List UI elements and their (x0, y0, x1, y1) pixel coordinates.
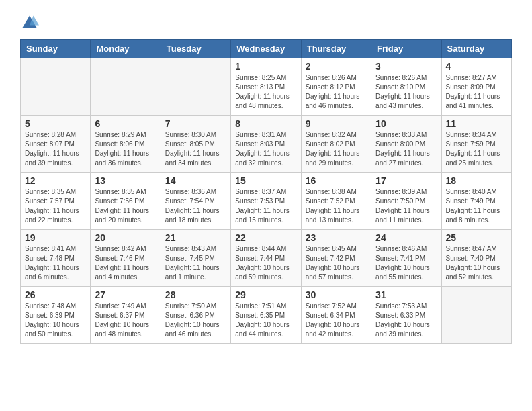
calendar-cell: 12Sunrise: 8:35 AMSunset: 7:57 PMDayligh… (21, 173, 91, 230)
calendar-cell: 28Sunrise: 7:50 AMSunset: 6:36 PMDayligh… (161, 287, 230, 344)
day-number: 27 (95, 289, 156, 300)
calendar-cell: 1Sunrise: 8:25 AMSunset: 8:13 PMDaylight… (231, 58, 301, 116)
calendar-week-row: 26Sunrise: 7:48 AMSunset: 6:39 PMDayligh… (21, 287, 512, 344)
day-number: 29 (235, 289, 296, 300)
day-number: 8 (235, 118, 296, 129)
day-info: Sunrise: 8:31 AMSunset: 8:03 PMDaylight:… (235, 130, 296, 168)
day-info: Sunrise: 8:33 AMSunset: 8:00 PMDaylight:… (375, 130, 437, 168)
weekday-header-tuesday: Tuesday (161, 40, 230, 58)
day-info: Sunrise: 8:36 AMSunset: 7:54 PMDaylight:… (165, 187, 226, 225)
calendar-week-row: 19Sunrise: 8:41 AMSunset: 7:48 PMDayligh… (21, 230, 512, 287)
calendar-cell (441, 287, 511, 344)
day-number: 4 (446, 61, 507, 72)
header (20, 13, 512, 32)
weekday-header-saturday: Saturday (441, 40, 511, 58)
calendar-week-row: 5Sunrise: 8:28 AMSunset: 8:07 PMDaylight… (21, 116, 512, 173)
day-info: Sunrise: 8:27 AMSunset: 8:09 PMDaylight:… (446, 73, 507, 111)
calendar-cell: 8Sunrise: 8:31 AMSunset: 8:03 PMDaylight… (231, 116, 301, 173)
calendar-cell (91, 58, 161, 116)
day-number: 19 (25, 232, 86, 243)
day-info: Sunrise: 7:50 AMSunset: 6:36 PMDaylight:… (165, 302, 226, 339)
day-number: 25 (446, 232, 507, 243)
weekday-header-sunday: Sunday (21, 40, 91, 58)
day-info: Sunrise: 8:46 AMSunset: 7:41 PMDaylight:… (375, 244, 437, 282)
calendar-week-row: 12Sunrise: 8:35 AMSunset: 7:57 PMDayligh… (21, 173, 512, 230)
day-number: 26 (25, 289, 86, 300)
day-info: Sunrise: 8:44 AMSunset: 7:44 PMDaylight:… (235, 244, 296, 282)
day-info: Sunrise: 8:35 AMSunset: 7:57 PMDaylight:… (25, 187, 86, 225)
day-number: 3 (375, 61, 437, 72)
day-number: 16 (306, 175, 367, 186)
calendar-cell: 30Sunrise: 7:52 AMSunset: 6:34 PMDayligh… (301, 287, 371, 344)
calendar-cell: 11Sunrise: 8:34 AMSunset: 7:59 PMDayligh… (441, 116, 511, 173)
day-info: Sunrise: 8:45 AMSunset: 7:42 PMDaylight:… (306, 244, 367, 282)
calendar-cell: 7Sunrise: 8:30 AMSunset: 8:05 PMDaylight… (161, 116, 230, 173)
calendar-cell: 25Sunrise: 8:47 AMSunset: 7:40 PMDayligh… (441, 230, 511, 287)
calendar-cell: 27Sunrise: 7:49 AMSunset: 6:37 PMDayligh… (91, 287, 161, 344)
day-info: Sunrise: 8:42 AMSunset: 7:46 PMDaylight:… (95, 244, 156, 282)
day-number: 30 (306, 289, 367, 300)
calendar-cell: 2Sunrise: 8:26 AMSunset: 8:12 PMDaylight… (301, 58, 371, 116)
calendar-cell: 24Sunrise: 8:46 AMSunset: 7:41 PMDayligh… (371, 230, 441, 287)
calendar-cell: 10Sunrise: 8:33 AMSunset: 8:00 PMDayligh… (371, 116, 441, 173)
weekday-header-monday: Monday (91, 40, 161, 58)
day-info: Sunrise: 8:38 AMSunset: 7:52 PMDaylight:… (306, 187, 367, 225)
calendar-cell: 15Sunrise: 8:37 AMSunset: 7:53 PMDayligh… (231, 173, 301, 230)
day-info: Sunrise: 8:41 AMSunset: 7:48 PMDaylight:… (25, 244, 86, 282)
day-info: Sunrise: 8:34 AMSunset: 7:59 PMDaylight:… (446, 130, 507, 168)
calendar-cell: 5Sunrise: 8:28 AMSunset: 8:07 PMDaylight… (21, 116, 91, 173)
calendar-cell: 13Sunrise: 8:35 AMSunset: 7:56 PMDayligh… (91, 173, 161, 230)
day-info: Sunrise: 7:51 AMSunset: 6:35 PMDaylight:… (235, 302, 296, 339)
calendar-cell (161, 58, 230, 116)
day-number: 13 (95, 175, 156, 186)
day-info: Sunrise: 8:25 AMSunset: 8:13 PMDaylight:… (235, 73, 296, 111)
calendar-week-row: 1Sunrise: 8:25 AMSunset: 8:13 PMDaylight… (21, 58, 512, 116)
day-number: 2 (306, 61, 367, 72)
day-number: 10 (375, 118, 437, 129)
day-info: Sunrise: 7:48 AMSunset: 6:39 PMDaylight:… (25, 302, 86, 339)
day-number: 12 (25, 175, 86, 186)
day-number: 17 (375, 175, 437, 186)
day-info: Sunrise: 8:43 AMSunset: 7:45 PMDaylight:… (165, 244, 226, 282)
calendar-cell: 19Sunrise: 8:41 AMSunset: 7:48 PMDayligh… (21, 230, 91, 287)
calendar-cell: 18Sunrise: 8:40 AMSunset: 7:49 PMDayligh… (441, 173, 511, 230)
day-number: 20 (95, 232, 156, 243)
day-number: 21 (165, 232, 226, 243)
calendar-header: SundayMondayTuesdayWednesdayThursdayFrid… (21, 40, 512, 58)
day-number: 15 (235, 175, 296, 186)
day-number: 14 (165, 175, 226, 186)
weekday-header-wednesday: Wednesday (231, 40, 301, 58)
day-info: Sunrise: 8:39 AMSunset: 7:50 PMDaylight:… (375, 187, 437, 225)
calendar-cell: 29Sunrise: 7:51 AMSunset: 6:35 PMDayligh… (231, 287, 301, 344)
day-info: Sunrise: 7:53 AMSunset: 6:33 PMDaylight:… (375, 302, 437, 339)
day-info: Sunrise: 8:28 AMSunset: 8:07 PMDaylight:… (25, 130, 86, 168)
day-number: 11 (446, 118, 507, 129)
day-info: Sunrise: 8:32 AMSunset: 8:02 PMDaylight:… (306, 130, 367, 168)
day-info: Sunrise: 7:49 AMSunset: 6:37 PMDaylight:… (95, 302, 156, 339)
weekday-header-friday: Friday (371, 40, 441, 58)
day-number: 6 (95, 118, 156, 129)
weekday-header-thursday: Thursday (301, 40, 371, 58)
calendar-cell: 21Sunrise: 8:43 AMSunset: 7:45 PMDayligh… (161, 230, 230, 287)
page-container: SundayMondayTuesdayWednesdayThursdayFrid… (20, 13, 512, 344)
weekday-header-row: SundayMondayTuesdayWednesdayThursdayFrid… (21, 40, 512, 58)
calendar-cell (21, 58, 91, 116)
day-info: Sunrise: 8:37 AMSunset: 7:53 PMDaylight:… (235, 187, 296, 225)
calendar-cell: 6Sunrise: 8:29 AMSunset: 8:06 PMDaylight… (91, 116, 161, 173)
day-number: 7 (165, 118, 226, 129)
day-number: 22 (235, 232, 296, 243)
day-number: 5 (25, 118, 86, 129)
day-info: Sunrise: 7:52 AMSunset: 6:34 PMDaylight:… (306, 302, 367, 339)
day-number: 31 (375, 289, 437, 300)
logo (20, 13, 42, 32)
day-number: 1 (235, 61, 296, 72)
day-info: Sunrise: 8:30 AMSunset: 8:05 PMDaylight:… (165, 130, 226, 168)
day-number: 18 (446, 175, 507, 186)
day-info: Sunrise: 8:29 AMSunset: 8:06 PMDaylight:… (95, 130, 156, 168)
calendar-cell: 22Sunrise: 8:44 AMSunset: 7:44 PMDayligh… (231, 230, 301, 287)
calendar-cell: 31Sunrise: 7:53 AMSunset: 6:33 PMDayligh… (371, 287, 441, 344)
calendar-cell: 23Sunrise: 8:45 AMSunset: 7:42 PMDayligh… (301, 230, 371, 287)
calendar-table: SundayMondayTuesdayWednesdayThursdayFrid… (20, 39, 512, 344)
calendar-cell: 3Sunrise: 8:26 AMSunset: 8:10 PMDaylight… (371, 58, 441, 116)
calendar-cell: 4Sunrise: 8:27 AMSunset: 8:09 PMDaylight… (441, 58, 511, 116)
